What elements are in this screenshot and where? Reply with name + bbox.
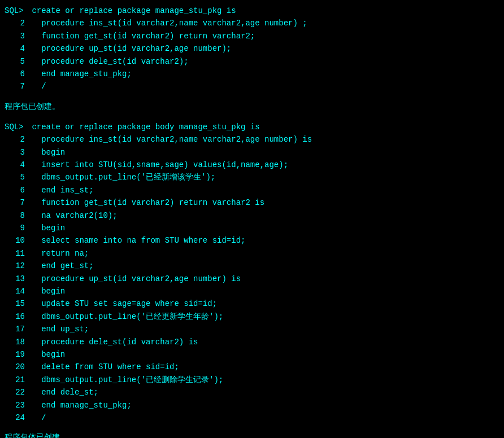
code-line-b13: procedure up_st(id varchar2,age number) … xyxy=(27,273,241,285)
code-line-b7: function get_st(id varchar2) return varc… xyxy=(27,196,264,209)
line-num-7: 7 xyxy=(5,80,27,93)
code-line-b20: delete from STU where sid=id; xyxy=(27,361,179,373)
line-num-b18: 18 xyxy=(5,336,27,348)
sql-line-b19: 19 begin xyxy=(0,348,504,361)
line-num-b5: 5 xyxy=(5,171,27,183)
line-num-2: 2 xyxy=(5,17,27,29)
line-num-b3: 3 xyxy=(5,146,27,159)
line-num-b9: 9 xyxy=(5,222,27,234)
code-line-6: end manage_stu_pkg; xyxy=(27,68,132,80)
code-line-b24: / xyxy=(27,411,46,424)
line-num-b14: 14 xyxy=(5,285,27,297)
line-num-b13: 13 xyxy=(5,273,27,285)
sql-line-b22: 22 end dele_st; xyxy=(0,386,504,398)
sql-line-b3: 3 begin xyxy=(0,146,504,159)
code-line-4: procedure up_st(id varchar2,age number); xyxy=(27,42,231,55)
code-line-b8: na varchar2(10); xyxy=(27,209,118,222)
code-line-b2: procedure ins_st(id varchar2,name varcha… xyxy=(27,133,312,146)
code-line-7: / xyxy=(27,80,46,93)
code-line-b3: begin xyxy=(27,146,65,159)
sql-line-b9: 9 begin xyxy=(0,222,504,234)
empty-line-1 xyxy=(0,93,504,98)
line-num-4: 4 xyxy=(5,42,27,55)
line-num-b12: 12 xyxy=(5,260,27,272)
line-num-b23: 23 xyxy=(5,399,27,411)
line-num-b22: 22 xyxy=(5,386,27,398)
code-line-1: create or replace package manage_stu_pkg… xyxy=(27,5,236,17)
line-num-b7: 7 xyxy=(5,196,27,209)
sql-line-b13: 13 procedure up_st(id varchar2,age numbe… xyxy=(0,273,504,285)
code-line-b6: end ins_st; xyxy=(27,184,94,196)
sql-line-b8: 8 na varchar2(10); xyxy=(0,209,504,222)
sql-line-b11: 11 return na; xyxy=(0,247,504,260)
sql-line-3: 3 function get_st(id varchar2) return va… xyxy=(0,30,504,42)
line-num-5: 5 xyxy=(5,55,27,68)
code-line-b17: end up_st; xyxy=(27,323,89,335)
sql-line-b10: 10 select sname into na from STU where s… xyxy=(0,234,504,247)
sql-line-b12: 12 end get_st; xyxy=(0,260,504,272)
sql-line-b20: 20 delete from STU where sid=id; xyxy=(0,361,504,373)
line-num-6: 6 xyxy=(5,68,27,80)
code-line-b12: end get_st; xyxy=(27,260,94,272)
sql-line-b15: 15 update STU set sage=age where sid=id; xyxy=(0,297,504,310)
sql-line-1: SQL> create or replace package manage_st… xyxy=(0,5,504,17)
sql-line-4: 4 procedure up_st(id varchar2,age number… xyxy=(0,42,504,55)
code-line-3: function get_st(id varchar2) return varc… xyxy=(27,30,255,42)
sql-line-b4: 4 insert into STU(sid,sname,sage) values… xyxy=(0,159,504,171)
code-line-b5: dbms_output.put_line('已经新增该学生'); xyxy=(27,171,215,183)
sql-line-b5: 5 dbms_output.put_line('已经新增该学生'); xyxy=(0,171,504,183)
code-line-b4: insert into STU(sid,sname,sage) values(i… xyxy=(27,159,288,171)
code-line-b18: procedure dele_st(id varchar2) is xyxy=(27,336,198,348)
line-num-b2: 2 xyxy=(5,133,27,146)
line-num-b11: 11 xyxy=(5,247,27,260)
sql-line-2: 2 procedure ins_st(id varchar2,name varc… xyxy=(0,17,504,29)
code-line-b21: dbms_output.put_line('已经删除学生记录'); xyxy=(27,374,223,386)
sql-line-b16: 16 dbms_output.put_line('已经更新学生年龄'); xyxy=(0,310,504,323)
code-line-b11: return na; xyxy=(27,247,89,260)
sql-line-b23: 23 end manage_stu_pkg; xyxy=(0,399,504,411)
code-line-b9: begin xyxy=(27,222,65,234)
code-line-b10: select sname into na from STU where sid=… xyxy=(27,234,245,247)
line-num-b19: 19 xyxy=(5,348,27,361)
line-num-b16: 16 xyxy=(5,310,27,323)
code-line-5: procedure dele_st(id varchar2); xyxy=(27,55,189,68)
sql-line-b14: 14 begin xyxy=(0,285,504,297)
code-line-b16: dbms_output.put_line('已经更新学生年龄'); xyxy=(27,310,223,323)
status-msg-1: 程序包已创建。 xyxy=(0,98,504,116)
sql-prompt-b1: SQL> xyxy=(5,121,27,133)
status-msg-2: 程序包体已创建。 xyxy=(0,428,504,438)
empty-line-2 xyxy=(0,116,504,121)
sql-line-b6: 6 end ins_st; xyxy=(0,184,504,196)
empty-line-3 xyxy=(0,424,504,428)
line-num-b8: 8 xyxy=(5,209,27,222)
sql-line-b7: 7 function get_st(id varchar2) return va… xyxy=(0,196,504,209)
sql-line-b18: 18 procedure dele_st(id varchar2) is xyxy=(0,336,504,348)
line-num-b15: 15 xyxy=(5,297,27,310)
line-num-b24: 24 xyxy=(5,411,27,424)
line-num-b6: 6 xyxy=(5,184,27,196)
line-num-3: 3 xyxy=(5,30,27,42)
code-line-2: procedure ins_st(id varchar2,name varcha… xyxy=(27,17,307,29)
code-line-b1: create or replace package body manage_st… xyxy=(27,121,260,133)
code-line-b19: begin xyxy=(27,348,65,361)
sql-line-b2: 2 procedure ins_st(id varchar2,name varc… xyxy=(0,133,504,146)
sql-line-5: 5 procedure dele_st(id varchar2); xyxy=(0,55,504,68)
sql-prompt-1: SQL> xyxy=(5,5,27,17)
code-line-b15: update STU set sage=age where sid=id; xyxy=(27,297,217,310)
line-num-b17: 17 xyxy=(5,323,27,335)
code-line-b23: end manage_stu_pkg; xyxy=(27,399,132,411)
sql-line-b21: 21 dbms_output.put_line('已经删除学生记录'); xyxy=(0,374,504,386)
sql-line-7: 7 / xyxy=(0,80,504,93)
line-num-b10: 10 xyxy=(5,234,27,247)
terminal: SQL> create or replace package manage_st… xyxy=(0,0,504,438)
code-line-b14: begin xyxy=(27,285,65,297)
code-line-b22: end dele_st; xyxy=(27,386,98,398)
sql-line-6: 6 end manage_stu_pkg; xyxy=(0,68,504,80)
sql-line-b24: 24 / xyxy=(0,411,504,424)
sql-line-b1: SQL> create or replace package body mana… xyxy=(0,121,504,133)
line-num-b20: 20 xyxy=(5,361,27,373)
line-num-b4: 4 xyxy=(5,159,27,171)
sql-line-b17: 17 end up_st; xyxy=(0,323,504,335)
line-num-b21: 21 xyxy=(5,374,27,386)
